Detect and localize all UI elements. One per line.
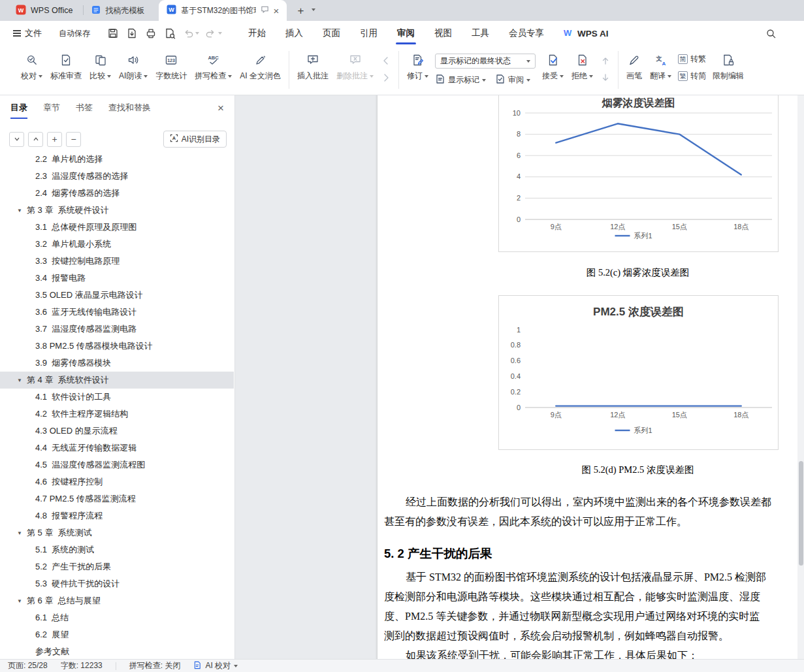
new-tab-button[interactable]: + xyxy=(297,5,304,16)
ai-proofread-indicator[interactable]: AI 校对 xyxy=(193,660,238,671)
menu-page[interactable]: 页面 xyxy=(313,21,350,46)
word-count-indicator[interactable]: 字数: 12233 xyxy=(61,660,103,671)
proofread-button[interactable]: 校对 xyxy=(17,49,46,84)
ai-recognize-toc-button[interactable]: A AI识别目录 xyxy=(163,131,227,148)
previous-change-icon[interactable] xyxy=(598,54,613,67)
toc-item[interactable]: 5.3 硬件抗干扰的设计 xyxy=(0,575,234,592)
tab-list-dropdown-icon[interactable] xyxy=(312,2,315,14)
word-count-button[interactable]: 123 字数统计 xyxy=(152,49,191,84)
expand-all-button[interactable] xyxy=(9,132,24,147)
restrict-editing-button[interactable]: 限制编辑 xyxy=(709,49,748,84)
sidebar-tab-contents[interactable]: 目录 xyxy=(10,102,27,114)
scrollbar-thumb[interactable] xyxy=(799,461,803,566)
chevron-down-icon[interactable]: ▼ xyxy=(17,598,27,604)
wps-office-home-tab[interactable]: W WPS Office xyxy=(5,0,83,21)
redo-button[interactable] xyxy=(203,25,224,42)
toc-item[interactable]: ▼第 3 章 系统硬件设计 xyxy=(0,202,234,219)
menu-tools[interactable]: 工具 xyxy=(462,21,499,46)
toc-item[interactable]: 4.1 软件设计的工具 xyxy=(0,389,234,406)
toc-item[interactable]: 4.3 OLED 的显示流程 xyxy=(0,423,234,440)
next-change-icon[interactable] xyxy=(598,71,613,84)
toc-item[interactable]: 3.9 烟雾传感器模块 xyxy=(0,355,234,372)
toc-item[interactable]: 4.4 无线蓝牙传输数据逻辑 xyxy=(0,440,234,456)
toc-item[interactable]: ▼第 5 章 系统测试 xyxy=(0,524,234,541)
close-tab-icon[interactable]: × xyxy=(274,6,280,16)
menu-review[interactable]: 审阅 xyxy=(387,21,425,46)
menu-view[interactable]: 视图 xyxy=(425,21,462,46)
toc-item[interactable]: 5.2 产生干扰的后果 xyxy=(0,558,234,575)
toc-item[interactable]: 3.4 报警电路 xyxy=(0,270,234,287)
toc-item[interactable]: 3.8 PM2.5 传感器模块电路设计 xyxy=(0,338,234,355)
insert-comment-button[interactable]: 插入批注 xyxy=(293,49,332,84)
next-comment-icon[interactable] xyxy=(379,71,393,84)
toc-item[interactable]: 4.8 报警程序流程 xyxy=(0,507,234,524)
toc-item[interactable]: ▼第 4 章 系统软件设计 xyxy=(0,372,234,389)
collapse-level-button[interactable]: − xyxy=(66,132,81,147)
document-tab[interactable]: W 基于STM32的图书馆环境监... × xyxy=(159,0,287,21)
to-simplified-button[interactable]: 繁 转简 xyxy=(678,71,706,82)
search-button[interactable] xyxy=(762,25,779,42)
collapse-all-button[interactable] xyxy=(28,132,43,147)
compare-button[interactable]: 比较 xyxy=(86,49,115,84)
toc-item[interactable]: ▼第 6 章 总结与展望 xyxy=(0,592,234,609)
toc-item[interactable]: 5.1 系统的测试 xyxy=(0,541,234,558)
vertical-scrollbar[interactable] xyxy=(797,95,804,659)
delete-comment-button[interactable]: 删除批注 xyxy=(332,49,378,84)
print-preview-button[interactable] xyxy=(161,25,178,42)
toc-item[interactable]: 2.3 温湿度传感器的选择 xyxy=(0,168,234,185)
show-markup-button[interactable]: 显示标记 xyxy=(435,74,486,86)
export-pdf-button[interactable] xyxy=(123,25,140,42)
toc-item[interactable]: 6.1 总结 xyxy=(0,609,234,626)
toc-item[interactable]: 3.7 温湿度传感器监测电路 xyxy=(0,321,234,338)
expand-level-button[interactable]: + xyxy=(47,132,62,147)
standard-review-button[interactable]: 标准审查 xyxy=(46,49,86,84)
toc-item[interactable]: 4.2 软件主程序逻辑结构 xyxy=(0,406,234,423)
toc-item[interactable]: 3.1 总体硬件原理及原理图 xyxy=(0,219,234,236)
print-button[interactable] xyxy=(142,25,159,42)
sidebar-tab-find-replace[interactable]: 查找和替换 xyxy=(108,102,151,114)
toc-item[interactable]: 2.2 单片机的选择 xyxy=(0,151,234,168)
chevron-down-icon[interactable]: ▼ xyxy=(17,208,27,214)
markup-state-dropdown[interactable]: 显示标记的最终状态 xyxy=(435,54,536,69)
toc-item[interactable]: 3.2 单片机最小系统 xyxy=(0,236,234,253)
page-indicator[interactable]: 页面: 25/28 xyxy=(8,660,48,671)
menu-insert[interactable]: 插入 xyxy=(276,21,313,46)
menu-home[interactable]: 开始 xyxy=(238,21,276,46)
undo-button[interactable] xyxy=(180,25,201,42)
file-menu-button[interactable]: 文件 xyxy=(7,27,48,39)
track-changes-button[interactable]: 修订 xyxy=(403,49,432,84)
toc-item[interactable]: 3.6 蓝牙无线传输电路设计 xyxy=(0,304,234,321)
pm25-error-chart-frame[interactable]: PM2.5 浓度误差图00.20.40.60.819点12点15点18点系列1 xyxy=(498,295,779,450)
wps-ai-button[interactable]: W WPS AI xyxy=(554,28,618,39)
accept-change-button[interactable]: 接受 xyxy=(538,49,568,84)
toc-item[interactable]: 4.6 按键程序控制 xyxy=(0,473,234,490)
menu-member[interactable]: 会员专享 xyxy=(499,21,554,46)
toc-item[interactable]: 3.3 按键控制电路原理 xyxy=(0,253,234,270)
save-button[interactable] xyxy=(105,25,121,42)
menu-reference[interactable]: 引用 xyxy=(350,21,387,46)
ai-read-button[interactable]: AI朗读 xyxy=(115,49,152,84)
close-sidebar-icon[interactable]: × xyxy=(217,103,224,114)
toc-item[interactable]: 3.5 OLED 液晶显示电路设计 xyxy=(0,287,234,304)
sidebar-tab-bookmarks[interactable]: 书签 xyxy=(76,102,93,114)
toc-item[interactable]: 6.2 展望 xyxy=(0,626,234,643)
spell-check-indicator[interactable]: 拼写检查: 关闭 xyxy=(129,660,181,671)
ink-brush-button[interactable]: 画笔 xyxy=(622,49,646,84)
spell-check-button[interactable]: ABC 拼写检查 xyxy=(191,49,236,84)
toc-item[interactable]: 参考文献 xyxy=(0,643,234,659)
toc-item[interactable]: 2.4 烟雾传感器的选择 xyxy=(0,185,234,202)
translate-button[interactable]: 文A 翻译 xyxy=(646,49,675,84)
document-area[interactable]: 烟雾浓度误差图02468109点12点15点18点系列1 图 5.2(c) 烟雾… xyxy=(235,95,804,659)
toc-item[interactable]: 4.7 PM2.5 传感器监测流程 xyxy=(0,490,234,507)
ai-polish-button[interactable]: AI 全文润色 xyxy=(236,49,285,84)
sidebar-tab-chapters[interactable]: 章节 xyxy=(43,102,60,114)
to-traditional-button[interactable]: 简 转繁 xyxy=(678,54,706,65)
smoke-error-chart-frame[interactable]: 烟雾浓度误差图02468109点12点15点18点系列1 xyxy=(498,95,779,252)
toc-item[interactable]: 4.5 温湿度传感器监测流程图 xyxy=(0,456,234,473)
template-tab[interactable]: 找稿壳模板 xyxy=(84,0,152,21)
chevron-down-icon[interactable]: ▼ xyxy=(17,530,27,536)
previous-comment-icon[interactable] xyxy=(379,54,393,67)
chevron-down-icon[interactable]: ▼ xyxy=(17,377,27,383)
review-pane-button[interactable]: 审阅 xyxy=(495,74,530,86)
reject-change-button[interactable]: 拒绝 xyxy=(568,49,597,84)
